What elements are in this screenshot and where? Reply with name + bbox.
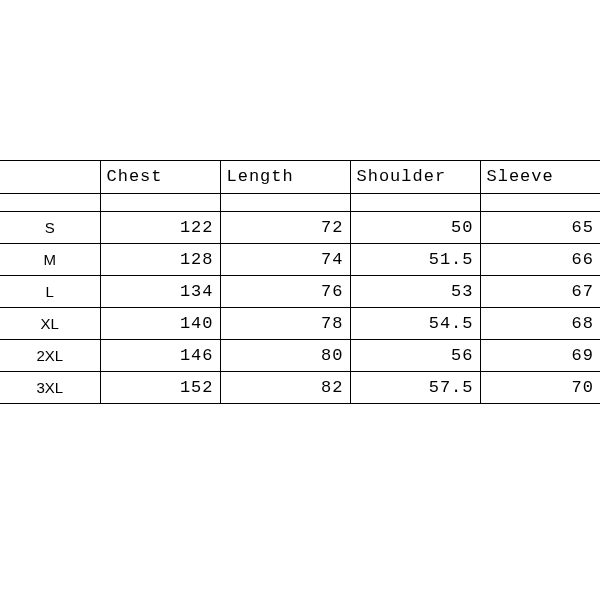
header-sleeve: Sleeve <box>480 161 600 193</box>
cell-shoulder: 53 <box>350 275 480 307</box>
table-row: XL 140 78 54.5 68 <box>0 307 600 339</box>
cell-shoulder: 50 <box>350 211 480 243</box>
cell-size: S <box>0 211 100 243</box>
cell-chest: 152 <box>100 371 220 403</box>
cell-sleeve: 65 <box>480 211 600 243</box>
cell-chest: 146 <box>100 339 220 371</box>
cell-size: 2XL <box>0 339 100 371</box>
cell-sleeve: 67 <box>480 275 600 307</box>
cell-sleeve: 66 <box>480 243 600 275</box>
table-row: S 122 72 50 65 <box>0 211 600 243</box>
header-size <box>0 161 100 193</box>
cell-length: 78 <box>220 307 350 339</box>
cell-sleeve: 68 <box>480 307 600 339</box>
cell-shoulder: 51.5 <box>350 243 480 275</box>
cell-length: 72 <box>220 211 350 243</box>
header-shoulder: Shoulder <box>350 161 480 193</box>
cell-length: 82 <box>220 371 350 403</box>
cell-size: M <box>0 243 100 275</box>
cell-shoulder: 56 <box>350 339 480 371</box>
cell-size: XL <box>0 307 100 339</box>
cell-chest: 134 <box>100 275 220 307</box>
cell-chest: 128 <box>100 243 220 275</box>
cell-length: 76 <box>220 275 350 307</box>
cell-shoulder: 54.5 <box>350 307 480 339</box>
header-chest: Chest <box>100 161 220 193</box>
cell-sleeve: 70 <box>480 371 600 403</box>
cell-size: L <box>0 275 100 307</box>
cell-shoulder: 57.5 <box>350 371 480 403</box>
table-row: 3XL 152 82 57.5 70 <box>0 371 600 403</box>
cell-size: 3XL <box>0 371 100 403</box>
table-row: L 134 76 53 67 <box>0 275 600 307</box>
cell-chest: 140 <box>100 307 220 339</box>
header-row: Chest Length Shoulder Sleeve <box>0 161 600 193</box>
cell-chest: 122 <box>100 211 220 243</box>
header-length: Length <box>220 161 350 193</box>
spacer-row <box>0 193 600 211</box>
size-chart-table: Chest Length Shoulder Sleeve S 122 72 50… <box>0 161 600 404</box>
cell-length: 74 <box>220 243 350 275</box>
size-chart-sheet: Chest Length Shoulder Sleeve S 122 72 50… <box>0 160 600 404</box>
table-row: 2XL 146 80 56 69 <box>0 339 600 371</box>
table-row: M 128 74 51.5 66 <box>0 243 600 275</box>
cell-length: 80 <box>220 339 350 371</box>
cell-sleeve: 69 <box>480 339 600 371</box>
